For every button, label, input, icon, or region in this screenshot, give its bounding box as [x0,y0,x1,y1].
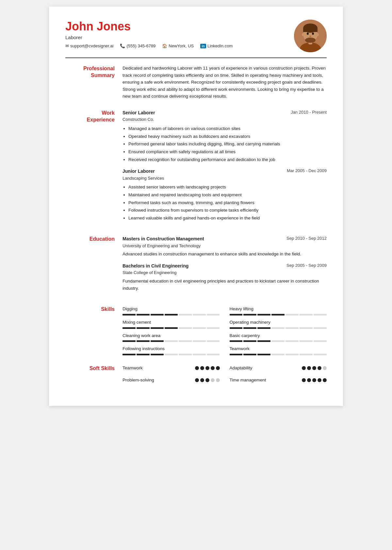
soft-skill-name: Time management [230,377,266,384]
skill-name: Digging [122,305,220,313]
skill-segment [165,340,178,342]
skill-name: Heavy lifting [230,305,327,313]
soft-skill-dot [323,378,327,382]
skill-segment [137,354,150,355]
skill-name: Operating machinery [230,319,327,326]
skill-bar [230,354,327,355]
skill-segment [137,314,150,315]
bullet-item: Maintained and repaired landscaping tool… [128,191,327,199]
skill-segment [286,340,299,342]
professional-summary-label: ProfessionalSummary [65,65,122,100]
skill-segment [179,314,192,315]
soft-skill-dot [211,378,215,382]
skill-name: Cleaning work area [122,332,220,339]
soft-skill-dot [211,366,215,370]
soft-skill-item: Time management [230,377,327,384]
skill-item: Operating machinery [230,319,327,329]
job-title-1: Senior Laborer [122,109,155,116]
email-contact: ✉ support@cvdesigner.ai [65,43,113,48]
job-company-1: Construction Co. [122,116,327,123]
skill-bar [122,327,220,329]
edu-desc-2: Fundamental education in civil engineeri… [122,278,327,292]
skill-segment [230,340,243,342]
skill-item: Heavy lifting [230,305,327,315]
edu-desc-1: Advanced studies in construction managem… [122,251,327,258]
soft-skill-dot [195,366,199,370]
soft-skill-dot [205,366,209,370]
soft-skill-dot [307,366,311,370]
skill-segment [151,340,164,342]
skills-content: DiggingHeavy liftingMixing cementOperati… [122,305,327,355]
job-header-1: Senior Laborer Jan 2010 - Present [122,109,327,116]
contact-info: ✉ support@cvdesigner.ai 📞 (555) 345-6789… [65,43,294,48]
svg-point-10 [302,33,304,36]
skill-segment [165,327,178,329]
skill-segment [314,327,327,329]
skill-item: Basic carpentry [230,332,327,342]
soft-skill-dot [200,378,204,382]
skill-segment [165,354,178,355]
skill-segment [257,340,270,342]
soft-skill-dot [318,366,321,370]
soft-skills-grid: TeamworkAdaptabilityProblem-solvingTime … [122,364,327,384]
skill-segment [314,340,327,342]
skill-segment [179,327,192,329]
job-date-1: Jan 2010 - Present [291,109,327,116]
header-divider [65,57,327,58]
professional-summary-content: Dedicated and hardworking Laborer with 1… [122,65,327,100]
soft-skill-dot [307,378,311,382]
skill-segment [193,314,206,315]
home-icon: 🏠 [162,43,167,48]
skill-bar [122,354,220,355]
bullet-item: Managed a team of laborers on various co… [128,125,327,132]
education-content: Masters in Construction Management Sep 2… [122,235,327,296]
skill-segment [230,314,243,315]
work-experience-section: WorkExperience Senior Laborer Jan 2010 -… [65,109,327,226]
candidate-name: John Jones [65,20,294,33]
soft-skill-dot [323,366,327,370]
skill-name: Following instructions [122,345,220,352]
skill-segment [243,354,256,355]
skill-bar [230,327,327,329]
skill-segment [271,327,285,329]
skill-segment [286,354,299,355]
edu-degree-1: Masters in Construction Management [122,235,204,242]
avatar-image [294,20,327,52]
skill-segment [257,327,270,329]
skill-segment [230,354,243,355]
soft-skill-name: Problem-solving [122,377,154,384]
skill-segment [300,327,313,329]
skill-segment [300,314,313,315]
skill-segment [122,354,136,355]
edu-school-2: State College of Engineering [122,269,327,276]
soft-skill-item: Adaptability [230,364,327,372]
work-experience-content: Senior Laborer Jan 2010 - Present Constr… [122,109,327,226]
bullet-item: Followed instructions from supervisors t… [128,207,327,214]
skill-segment [286,314,299,315]
phone-contact: 📞 (555) 345-6789 [120,43,155,48]
bullet-item: Operated heavy machinery such as bulldoz… [128,133,327,140]
avatar [294,20,327,52]
job-date-2: Mar 2005 - Dec 2009 [287,168,327,174]
skill-item: Cleaning work area [122,332,220,342]
skill-segment [300,354,313,355]
svg-point-12 [309,36,311,37]
svg-point-8 [307,33,309,35]
skill-segment [300,340,313,342]
skill-segment [286,327,299,329]
skill-segment [165,314,178,315]
soft-skills-section: Soft Skills TeamworkAdaptabilityProblem-… [65,364,327,384]
skill-segment [243,340,256,342]
skill-segment [122,340,136,342]
skill-segment [207,340,220,342]
skill-segment [207,314,220,315]
bullet-item: Ensured compliance with safety regulatio… [128,148,327,155]
work-experience-label: WorkExperience [65,109,122,226]
skill-segment [179,354,192,355]
soft-skill-item: Teamwork [122,364,220,372]
mail-icon: ✉ [65,43,69,48]
skill-name: Mixing cement [122,319,220,326]
skill-name: Basic carpentry [230,332,327,339]
skills-section: Skills DiggingHeavy liftingMixing cement… [65,305,327,355]
candidate-title: Laborer [65,35,294,40]
